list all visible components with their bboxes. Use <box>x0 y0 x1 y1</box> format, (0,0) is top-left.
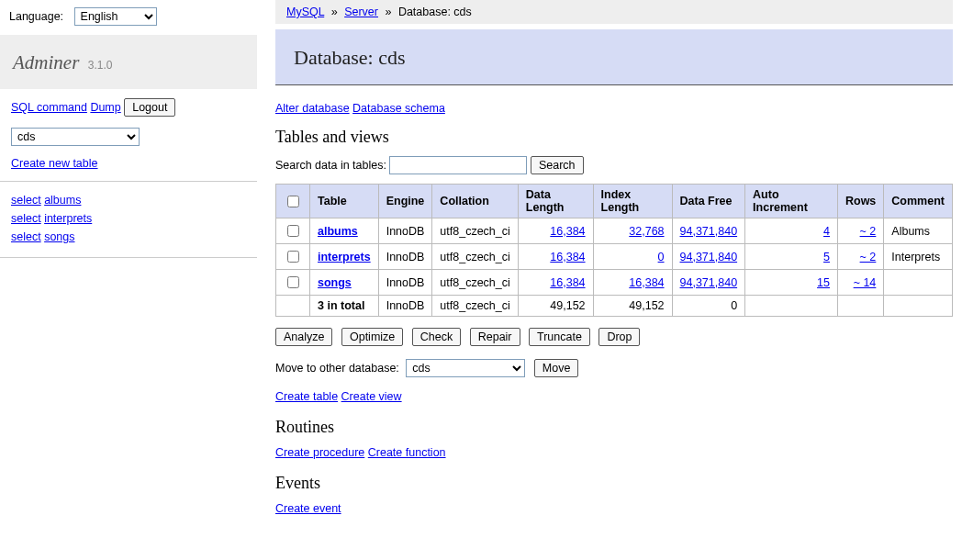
dump-link[interactable]: Dump <box>90 101 120 114</box>
rows-link[interactable]: ~ 14 <box>854 276 877 289</box>
index-length-link[interactable]: 16,384 <box>629 276 664 289</box>
search-button[interactable]: Search <box>531 156 584 174</box>
col-table[interactable]: Table <box>310 185 379 218</box>
table-link-songs[interactable]: songs <box>44 230 74 243</box>
tables-heading: Tables and views <box>275 128 953 147</box>
table-link-albums[interactable]: albums <box>44 194 81 207</box>
row-checkbox[interactable] <box>287 251 299 263</box>
table-row: albums InnoDB utf8_czech_ci 16,384 32,76… <box>276 218 953 244</box>
create-table-link[interactable]: Create table <box>275 390 338 403</box>
col-data-length: Data Length <box>518 185 593 218</box>
events-heading: Events <box>275 474 953 493</box>
rows-link[interactable]: ~ 2 <box>860 251 877 263</box>
data-length-link[interactable]: 16,384 <box>550 276 585 289</box>
create-new-table-link[interactable]: Create new table <box>11 157 98 170</box>
breadcrumb-db: Database: cds <box>398 6 472 18</box>
create-function-link[interactable]: Create function <box>368 446 446 459</box>
breadcrumb-sep: » <box>331 6 338 18</box>
tables-grid: Table Engine Collation Data Length Index… <box>275 184 953 317</box>
analyze-button[interactable]: Analyze <box>275 328 332 346</box>
select-all-checkbox[interactable] <box>287 196 299 207</box>
auto-inc-link[interactable]: 15 <box>817 276 830 289</box>
index-length-link[interactable]: 32,768 <box>629 225 664 238</box>
table-row: songs InnoDB utf8_czech_ci 16,384 16,384… <box>276 270 953 296</box>
row-checkbox[interactable] <box>287 225 299 237</box>
truncate-button[interactable]: Truncate <box>529 328 590 346</box>
database-select[interactable]: cds <box>11 128 140 146</box>
move-button[interactable]: Move <box>534 359 579 377</box>
optimize-button[interactable]: Optimize <box>341 328 403 346</box>
table-link-interprets[interactable]: interprets <box>44 212 92 225</box>
totals-label: 3 in total <box>310 296 379 317</box>
select-link[interactable]: select <box>11 194 41 207</box>
create-procedure-link[interactable]: Create procedure <box>275 446 364 459</box>
breadcrumb-sep: » <box>385 6 391 18</box>
move-db-select[interactable]: cds <box>406 359 525 377</box>
data-length-link[interactable]: 16,384 <box>550 225 585 238</box>
col-auto-increment: Auto Increment <box>745 185 838 218</box>
sql-command-link[interactable]: SQL command <box>11 101 87 114</box>
select-link[interactable]: select <box>11 212 41 225</box>
breadcrumb-mysql[interactable]: MySQL <box>286 6 324 18</box>
rows-link[interactable]: ~ 2 <box>860 225 877 238</box>
select-link[interactable]: select <box>11 230 41 243</box>
table-name-link[interactable]: interprets <box>318 251 371 263</box>
repair-button[interactable]: Repair <box>470 328 520 346</box>
search-label: Search data in tables: <box>275 159 386 172</box>
language-label: Language: <box>9 10 63 23</box>
brand: Adminer 3.1.0 <box>0 35 257 89</box>
language-select[interactable]: English <box>74 7 157 26</box>
page-title: Database: cds <box>275 29 953 85</box>
col-engine: Engine <box>378 185 432 218</box>
auto-inc-link[interactable]: 4 <box>823 225 830 238</box>
move-label: Move to other database: <box>275 362 399 375</box>
table-name-link[interactable]: songs <box>318 276 352 289</box>
table-row: interprets InnoDB utf8_czech_ci 16,384 0… <box>276 244 953 270</box>
create-event-link[interactable]: Create event <box>275 502 341 515</box>
logout-button[interactable]: Logout <box>124 98 175 117</box>
data-free-link[interactable]: 94,371,840 <box>680 276 738 289</box>
brand-name: Adminer <box>13 51 79 73</box>
breadcrumb-server[interactable]: Server <box>344 6 378 18</box>
create-view-link[interactable]: Create view <box>341 390 402 403</box>
col-rows: Rows <box>837 185 883 218</box>
table-name-link[interactable]: albums <box>318 225 358 238</box>
auto-inc-link[interactable]: 5 <box>823 251 830 263</box>
table-list: select albums select interprets select s… <box>0 182 257 258</box>
row-checkbox[interactable] <box>287 276 299 288</box>
col-comment: Comment <box>884 185 953 218</box>
routines-heading: Routines <box>275 418 953 437</box>
data-free-link[interactable]: 94,371,840 <box>680 225 738 238</box>
col-collation: Collation <box>432 185 518 218</box>
alter-database-link[interactable]: Alter database <box>275 102 350 115</box>
col-data-free: Data Free <box>672 185 745 218</box>
totals-row: 3 in total InnoDB utf8_czech_ci 49,152 4… <box>276 296 953 317</box>
database-schema-link[interactable]: Database schema <box>352 102 445 115</box>
index-length-link[interactable]: 0 <box>658 251 665 263</box>
brand-version: 3.1.0 <box>88 59 113 72</box>
data-free-link[interactable]: 94,371,840 <box>680 251 738 263</box>
col-index-length: Index Length <box>593 185 672 218</box>
drop-button[interactable]: Drop <box>598 328 640 346</box>
check-button[interactable]: Check <box>412 328 461 346</box>
data-length-link[interactable]: 16,384 <box>550 251 585 263</box>
breadcrumb: MySQL » Server » Database: cds <box>275 0 953 24</box>
search-input[interactable] <box>389 156 527 174</box>
